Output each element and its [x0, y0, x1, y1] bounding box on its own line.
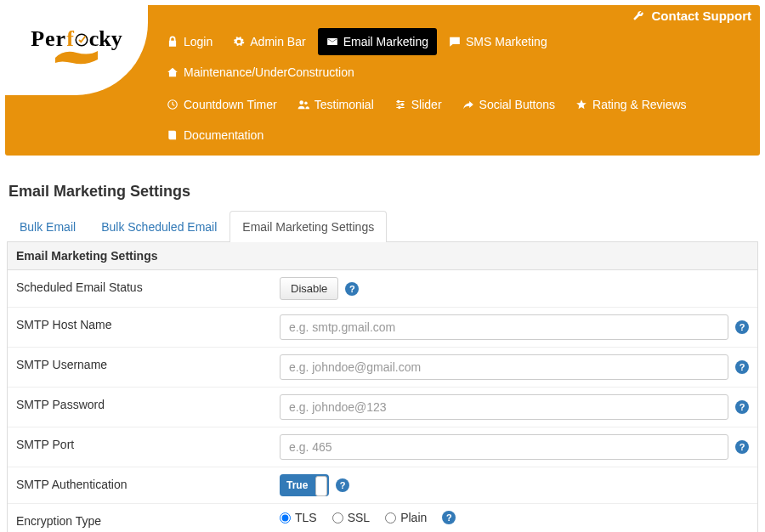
envelope-icon — [326, 36, 338, 48]
tab-bulk-email[interactable]: Bulk Email — [7, 211, 88, 242]
radio-label: SSL — [348, 511, 370, 524]
row-smtp-auth: SMTP Authentication True ? — [8, 467, 757, 504]
nav-item-label: Admin Bar — [250, 35, 305, 48]
row-scheduled-status: Scheduled Email Status Disable ? — [8, 270, 757, 308]
nav-item-label: Login — [184, 35, 212, 48]
comment-icon — [449, 36, 461, 48]
label-smtp-host: SMTP Host Name — [16, 314, 280, 331]
svg-point-5 — [401, 104, 403, 105]
smtp-password-input[interactable] — [280, 394, 728, 420]
disable-button[interactable]: Disable — [280, 277, 338, 300]
tab-bulk-scheduled-email[interactable]: Bulk Scheduled Email — [88, 211, 230, 242]
nav-item-label: Social Buttons — [479, 98, 556, 111]
help-icon[interactable]: ? — [735, 360, 749, 374]
panel-title: Email Marketing Settings — [8, 242, 757, 270]
row-smtp-port: SMTP Port ? — [8, 427, 757, 467]
radio-label: Plain — [400, 511, 427, 524]
help-icon[interactable]: ? — [735, 320, 749, 334]
nav-rating-reviews[interactable]: Rating & Reviews — [567, 91, 695, 118]
share-icon — [462, 99, 474, 110]
sliders-icon — [394, 99, 406, 110]
nav-row-1: Login Admin Bar Email Marketing SMS Mark… — [158, 28, 751, 86]
settings-tabs: Bulk Email Bulk Scheduled Email Email Ma… — [7, 211, 758, 242]
svg-point-4 — [397, 100, 399, 102]
label-encryption: Encryption Type — [16, 511, 280, 528]
label-smtp-username: SMTP Username — [16, 354, 280, 371]
lock-icon — [167, 36, 178, 48]
row-smtp-password: SMTP Password ? — [8, 388, 757, 427]
help-icon[interactable]: ? — [735, 400, 749, 414]
tab-email-marketing-settings[interactable]: Email Marketing Settings — [230, 211, 387, 242]
users-icon — [298, 99, 309, 110]
contact-support-label: Contact Support — [652, 8, 752, 23]
row-smtp-host: SMTP Host Name ? — [8, 308, 757, 348]
star-icon — [575, 99, 587, 110]
page-title: Email Marketing Settings — [8, 183, 758, 201]
nav-admin-bar[interactable]: Admin Bar — [224, 28, 314, 55]
smtp-port-input[interactable] — [280, 434, 728, 460]
book-icon — [167, 129, 178, 141]
nav-countdown[interactable]: Countdown Timer — [158, 91, 286, 118]
svg-point-2 — [299, 100, 303, 105]
clock-icon — [167, 99, 178, 110]
nav-social-buttons[interactable]: Social Buttons — [454, 91, 564, 118]
label-smtp-password: SMTP Password — [16, 394, 280, 411]
nav-item-label: Countdown Timer — [184, 98, 277, 111]
smtp-username-input[interactable] — [280, 354, 728, 380]
nav-sms-marketing[interactable]: SMS Marketing — [440, 28, 556, 55]
wrench-icon — [632, 10, 644, 22]
help-icon[interactable]: ? — [735, 440, 749, 454]
nav-documentation[interactable]: Documentation — [158, 122, 272, 149]
label-scheduled-status: Scheduled Email Status — [16, 277, 280, 294]
nav-item-label: Slider — [411, 98, 442, 111]
nav-slider[interactable]: Slider — [386, 91, 450, 118]
nav-item-label: SMS Marketing — [466, 35, 547, 48]
nav-login[interactable]: Login — [158, 28, 221, 55]
radio-ssl[interactable]: SSL — [332, 511, 370, 524]
top-navbar: Perfcky Contact Support Login Admin Bar … — [5, 5, 760, 156]
row-encryption: Encryption Type TLS SSL Plain ? — [8, 504, 757, 532]
nav-row-2: Countdown Timer Testimonial Slider Socia… — [158, 91, 751, 149]
nav-maintenance[interactable]: Maintenance/UnderConstruction — [158, 59, 363, 86]
smtp-auth-toggle[interactable]: True — [280, 474, 329, 496]
nav-email-marketing[interactable]: Email Marketing — [318, 28, 437, 55]
svg-point-3 — [304, 102, 308, 105]
radio-plain[interactable]: Plain — [385, 511, 427, 524]
radio-label: TLS — [295, 511, 317, 524]
contact-support-link[interactable]: Contact Support — [632, 8, 751, 23]
nav-item-label: Rating & Reviews — [592, 98, 687, 111]
radio-ssl-input[interactable] — [332, 512, 343, 524]
nav-testimonial[interactable]: Testimonial — [289, 91, 382, 118]
row-smtp-username: SMTP Username ? — [8, 348, 757, 388]
nav-item-label: Maintenance/UnderConstruction — [184, 65, 354, 79]
settings-panel: Email Marketing Settings Scheduled Email… — [7, 242, 758, 532]
home-icon — [167, 66, 178, 78]
help-icon[interactable]: ? — [442, 511, 456, 524]
label-smtp-auth: SMTP Authentication — [16, 474, 280, 491]
nav-item-label: Testimonial — [314, 98, 374, 111]
logo-container: Perfcky — [5, 3, 148, 95]
brand-logo: Perfcky — [31, 26, 122, 72]
svg-point-6 — [398, 106, 400, 108]
radio-plain-input[interactable] — [385, 512, 396, 524]
help-icon[interactable]: ? — [345, 282, 359, 296]
nav-item-label: Email Marketing — [343, 35, 428, 48]
radio-tls[interactable]: TLS — [280, 511, 317, 524]
smtp-host-input[interactable] — [280, 314, 728, 340]
help-icon[interactable]: ? — [336, 478, 349, 492]
label-smtp-port: SMTP Port — [16, 434, 280, 451]
gear-icon — [233, 36, 245, 48]
nav-item-label: Documentation — [184, 128, 264, 142]
radio-tls-input[interactable] — [280, 512, 291, 524]
